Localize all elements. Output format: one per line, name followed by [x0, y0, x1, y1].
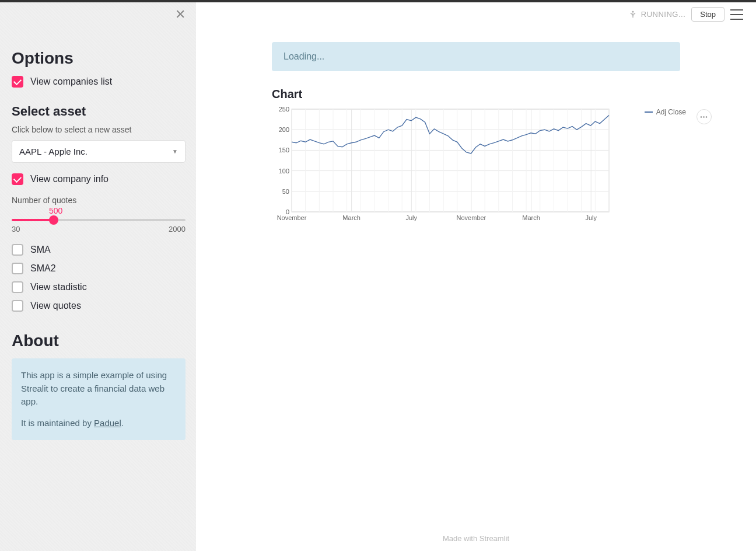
loading-banner: Loading...: [272, 42, 680, 71]
checkbox-label: SMA: [30, 245, 51, 255]
slider-range: 30 2000: [12, 225, 186, 233]
svg-text:March: March: [342, 214, 360, 221]
view-quotes-checkbox[interactable]: View quotes: [12, 300, 186, 312]
topbar: RUNNING... Stop: [628, 7, 743, 22]
slider-min: 30: [12, 225, 20, 233]
running-icon: [628, 10, 638, 19]
svg-text:150: 150: [279, 147, 289, 154]
quotes-slider-label: Number of quotes: [12, 196, 186, 205]
chart-more-button[interactable]: •••: [696, 109, 712, 124]
sma-checkbox[interactable]: SMA: [12, 244, 186, 256]
svg-text:July: July: [585, 214, 597, 221]
about-link[interactable]: Paduel: [94, 418, 121, 428]
chart-heading: Chart: [272, 88, 680, 101]
svg-text:March: March: [522, 214, 540, 221]
running-label: RUNNING...: [641, 10, 686, 19]
checkbox-icon: [12, 281, 23, 293]
checkbox-label: View stadistic: [30, 282, 87, 292]
chevron-down-icon: ▼: [172, 148, 178, 155]
checkbox-icon: [12, 76, 23, 88]
sma2-checkbox[interactable]: SMA2: [12, 263, 186, 274]
svg-text:100: 100: [279, 168, 289, 175]
view-stadistic-checkbox[interactable]: View stadistic: [12, 281, 186, 293]
hamburger-menu-icon[interactable]: [730, 9, 743, 20]
svg-text:November: November: [277, 214, 307, 221]
asset-select[interactable]: AAPL - Apple Inc. ▼: [12, 140, 186, 163]
checkbox-label: SMA2: [30, 263, 56, 274]
main-content: RUNNING... Stop Loading... Chart 0501001…: [196, 2, 756, 551]
view-company-info-checkbox[interactable]: View company info: [12, 173, 186, 185]
running-status: RUNNING...: [628, 10, 686, 19]
checkbox-icon: [12, 300, 23, 312]
chart-legend: Adj Close: [645, 108, 686, 116]
svg-text:200: 200: [279, 126, 289, 133]
footer-text: Made with Streamlit: [443, 534, 509, 543]
svg-text:November: November: [457, 214, 487, 221]
svg-text:July: July: [406, 214, 418, 221]
quotes-slider-value: 500: [49, 206, 186, 215]
stop-button[interactable]: Stop: [691, 7, 724, 22]
checkbox-icon: [12, 263, 23, 274]
svg-text:250: 250: [279, 107, 289, 113]
chart-container: 050100150200250NovemberMarchJulyNovember…: [272, 107, 680, 224]
select-asset-heading: Select asset: [12, 104, 186, 119]
svg-text:50: 50: [282, 188, 289, 195]
checkbox-label: View company info: [30, 174, 108, 184]
close-icon[interactable]: ✕: [175, 7, 186, 22]
slider-max: 2000: [169, 225, 186, 233]
about-heading: About: [12, 332, 186, 350]
about-text-1: This app is a simple example of using St…: [21, 369, 176, 409]
price-chart: 050100150200250NovemberMarchJulyNovember…: [272, 107, 610, 224]
slider-thumb[interactable]: [49, 215, 58, 225]
checkbox-label: View quotes: [30, 301, 81, 311]
quotes-slider[interactable]: [12, 219, 186, 221]
about-box: This app is a simple example of using St…: [12, 358, 186, 440]
legend-label: Adj Close: [656, 108, 686, 116]
checkbox-label: View companies list: [30, 76, 112, 87]
asset-select-value: AAPL - Apple Inc.: [19, 147, 88, 156]
options-heading: Options: [12, 49, 186, 68]
sidebar: ✕ Options View companies list Select ass…: [0, 2, 196, 551]
select-asset-sublabel: Click below to select a new asset: [12, 125, 186, 134]
slider-fill: [12, 219, 54, 221]
checkbox-icon: [12, 173, 23, 185]
legend-swatch: [645, 111, 653, 113]
view-companies-checkbox[interactable]: View companies list: [12, 76, 186, 88]
checkbox-icon: [12, 244, 23, 256]
about-text-2: It is maintained by Paduel.: [21, 417, 176, 430]
svg-point-0: [632, 11, 634, 12]
svg-rect-1: [292, 109, 609, 212]
